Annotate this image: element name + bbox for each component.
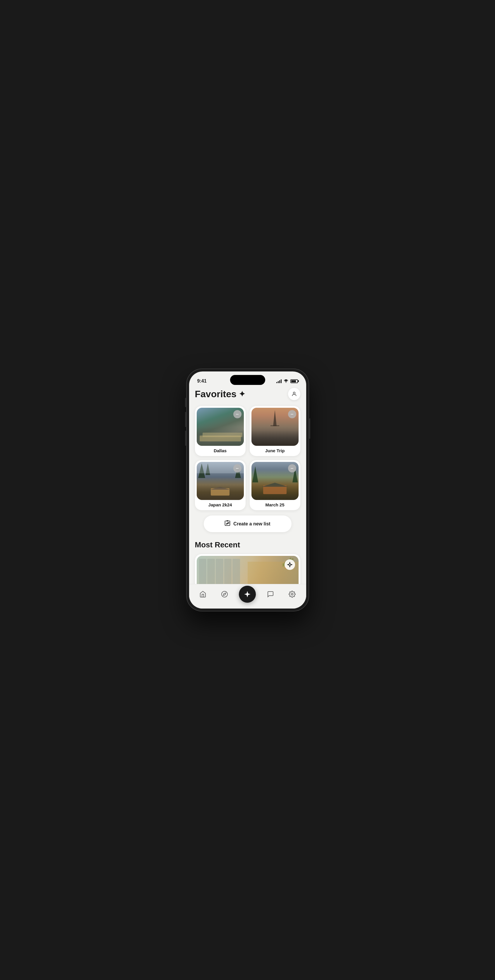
recent-image-container: 🌴 🌴 [197,556,299,584]
create-list-button[interactable]: Create a new list [204,515,291,532]
main-content: Favorites ✦ [189,387,306,584]
nav-explore-button[interactable] [217,587,232,601]
status-icons [276,379,298,383]
fav-card-dallas[interactable]: − Dallas [195,406,245,456]
messages-icon [267,591,274,598]
settings-icon [289,591,296,598]
remove-japan-button[interactable]: − [233,464,242,473]
recent-card[interactable]: 🌴 🌴 [195,554,300,584]
sparkle-add-icon [287,562,293,567]
june-image-container: − [251,408,299,446]
japan-label: Japan 2k24 [195,500,245,510]
wifi-icon [283,379,289,383]
recent-image: 🌴 🌴 [197,556,299,584]
user-icon [291,391,297,397]
nav-settings-button[interactable] [285,587,299,601]
march-label: March 25 [250,500,300,510]
march-image-container: − [251,462,299,500]
dynamic-island [230,375,265,385]
svg-point-0 [285,382,286,383]
most-recent-title: Most Recent [195,540,300,549]
japan-image-container: − [197,462,244,500]
svg-point-2 [221,591,228,597]
battery-icon [290,379,298,383]
page-title: Favorites ✦ [195,389,245,399]
svg-point-4 [291,593,293,595]
fav-card-march[interactable]: − March 25 [250,460,300,510]
fav-card-june[interactable]: − June Trip [250,406,300,456]
create-list-label: Create a new list [233,521,270,527]
signal-icon [276,379,282,383]
remove-dallas-button[interactable]: − [233,410,242,418]
june-label: June Trip [250,446,300,456]
bottom-nav [189,584,306,609]
add-favorite-button[interactable] [285,559,295,570]
dallas-image-container: − [197,408,244,446]
create-list-icon [224,520,230,527]
dallas-label: Dallas [195,446,245,456]
profile-button[interactable] [288,388,300,400]
center-sparkle-icon [244,590,251,598]
remove-june-button[interactable]: − [288,410,296,418]
clipboard-edit-icon [224,520,230,526]
sparkle-icon: ✦ [239,390,245,399]
fav-card-japan[interactable]: − Japan 2k24 [195,460,245,510]
compass-icon [221,591,228,598]
status-time: 9:41 [197,379,207,384]
remove-march-button[interactable]: − [288,464,296,473]
nav-center-button[interactable] [239,586,256,603]
page-header: Favorites ✦ [195,387,300,400]
home-icon [199,591,206,598]
favorites-grid: − Dallas − June Trip [195,406,300,510]
nav-home-button[interactable] [196,587,210,601]
svg-marker-3 [223,593,226,595]
svg-point-1 [293,392,295,394]
nav-messages-button[interactable] [263,587,278,601]
